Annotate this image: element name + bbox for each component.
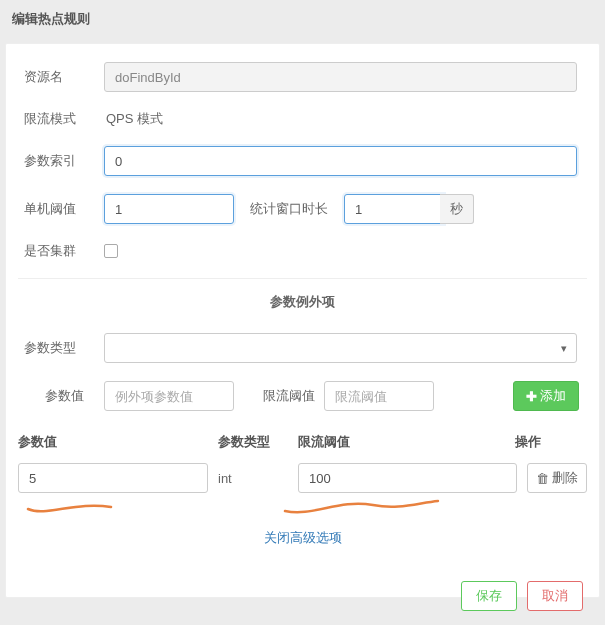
window-input[interactable] <box>344 194 444 224</box>
row-threshold-input[interactable] <box>298 463 517 493</box>
index-label: 参数索引 <box>18 152 104 170</box>
add-button-label: 添加 <box>540 387 566 405</box>
resource-input <box>104 62 577 92</box>
annotation-squiggle-1 <box>26 499 116 519</box>
close-advanced-link[interactable]: 关闭高级选项 <box>264 530 342 545</box>
row-value-input[interactable] <box>18 463 208 493</box>
mode-label: 限流模式 <box>18 110 104 128</box>
th-operation: 操作 <box>515 433 587 451</box>
save-button[interactable]: 保存 <box>461 581 517 611</box>
delete-button-label: 删除 <box>552 469 578 487</box>
exception-input-row: 参数值 限流阈值 ✚ 添加 <box>18 381 587 411</box>
table-row: int 🗑 删除 <box>18 459 587 497</box>
add-button[interactable]: ✚ 添加 <box>513 381 579 411</box>
exc-threshold-label: 限流阈值 <box>254 387 324 405</box>
window-label: 统计窗口时长 <box>234 200 344 218</box>
index-input[interactable] <box>104 146 577 176</box>
cluster-label: 是否集群 <box>18 242 104 260</box>
index-row: 参数索引 <box>18 146 587 176</box>
th-type: 参数类型 <box>218 433 298 451</box>
trash-icon: 🗑 <box>536 471 549 486</box>
delete-button[interactable]: 🗑 删除 <box>527 463 587 493</box>
plus-icon: ✚ <box>526 389 537 404</box>
table-header: 参数值 参数类型 限流阈值 操作 <box>18 429 587 459</box>
cluster-checkbox[interactable] <box>104 244 118 258</box>
th-value: 参数值 <box>18 433 218 451</box>
row-type: int <box>218 471 288 486</box>
divider <box>18 278 587 279</box>
cluster-row: 是否集群 <box>18 242 587 260</box>
threshold-row: 单机阈值 统计窗口时长 秒 <box>18 194 587 224</box>
cancel-button[interactable]: 取消 <box>527 581 583 611</box>
threshold-label: 单机阈值 <box>18 200 104 218</box>
modal-body: 资源名 限流模式 QPS 模式 参数索引 单机阈值 统计窗口时长 秒 是否集群 … <box>5 43 600 598</box>
param-type-select[interactable] <box>104 333 577 363</box>
exc-threshold-input[interactable] <box>324 381 434 411</box>
annotation-squiggle-2 <box>283 497 443 519</box>
modal-title: 编辑热点规则 <box>0 0 605 38</box>
resource-label: 资源名 <box>18 68 104 86</box>
resource-row: 资源名 <box>18 62 587 92</box>
close-advanced-wrap: 关闭高级选项 <box>18 529 587 547</box>
modal-footer: 保存 取消 <box>461 581 583 611</box>
window-unit: 秒 <box>440 194 474 224</box>
param-type-label: 参数类型 <box>18 339 104 357</box>
mode-row: 限流模式 QPS 模式 <box>18 110 587 128</box>
param-type-row: 参数类型 ▾ <box>18 333 587 363</box>
threshold-input[interactable] <box>104 194 234 224</box>
exc-paramval-label: 参数值 <box>18 387 104 405</box>
param-type-select-wrap: ▾ <box>104 333 577 363</box>
mode-value: QPS 模式 <box>104 110 163 128</box>
exc-paramval-input[interactable] <box>104 381 234 411</box>
exception-title: 参数例外项 <box>18 293 587 311</box>
th-threshold: 限流阈值 <box>298 433 515 451</box>
annotation-layer <box>18 497 587 523</box>
